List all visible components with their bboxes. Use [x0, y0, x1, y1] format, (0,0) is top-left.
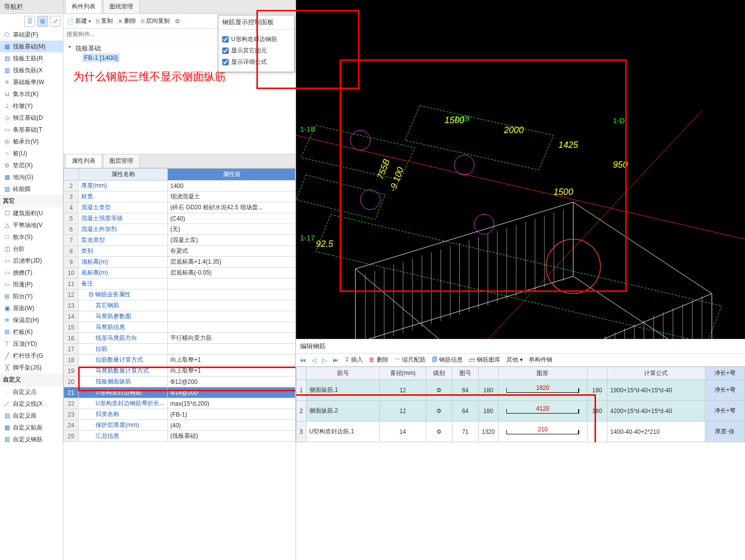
tb-other[interactable]: 其他 ▾ [506, 356, 523, 364]
prop-row[interactable]: 12⊟ 钢筋业务属性 [64, 289, 296, 300]
prop-row[interactable]: 7泵送类型(混凝土泵) [64, 235, 296, 246]
nav-item-icon: ▭ [3, 126, 11, 134]
prop-row[interactable]: 13其它钢筋 [64, 300, 296, 311]
next-icon[interactable]: ▷ [322, 357, 327, 364]
nav-item[interactable]: ◎桩承台(V) [0, 136, 63, 147]
prop-row[interactable]: 3材质现浇混凝土 [64, 191, 296, 202]
nav-item[interactable]: ▥筏板负筋(X [0, 64, 63, 76]
prop-row[interactable]: 20筏板侧面纵筋Φ12@200 [64, 376, 296, 387]
nav-item-icon: ▣ [3, 304, 11, 312]
prop-row[interactable]: 19马凳筋数量计算方式向上取整+1 [64, 366, 296, 376]
svg-text:755B: 755B [375, 158, 392, 181]
prop-row[interactable]: 18拉筋数量计算方式向上取整+1 [64, 355, 296, 366]
nav-item[interactable]: ≋保温层(H) [0, 314, 63, 326]
new-button[interactable]: 📄新建▾ [66, 17, 91, 25]
nav-item[interactable]: ·自定义点 [0, 386, 63, 398]
prop-row[interactable]: 5混凝土强度等级(C40) [64, 213, 296, 224]
rebar-row[interactable]: 3 U型构造封边筋.114Φ71 1320 210 1400-40-40+2*2… [297, 421, 745, 442]
prop-row[interactable]: 24保护层厚度(mm)(40) [64, 420, 296, 431]
view-list-icon[interactable]: ☰ [24, 16, 35, 27]
popup-title: 钢筋显示控制面板 [218, 15, 294, 30]
tab-drawing-mgmt[interactable]: 图纸管理 [103, 0, 140, 13]
tab-properties[interactable]: 属性列表 [65, 154, 102, 168]
rebar-row[interactable]: 2 侧面纵筋.212Φ64 180 4120 180 4200+15*d-40+… [297, 401, 745, 421]
tb-scale[interactable]: 〰 缩尺配筋 [395, 356, 426, 364]
opt-u-rebar[interactable]: U形构造封边钢筋 [222, 34, 290, 45]
prop-row[interactable]: 14马凳筋参数图 [64, 311, 296, 322]
nav-item[interactable]: ▭后浇带(JD) [0, 255, 63, 267]
tab-layer-mgmt[interactable]: 图层管理 [103, 154, 140, 168]
prop-row[interactable]: 21U形构造封边钢筋Φ14@200 [64, 387, 296, 398]
nav-item[interactable]: ▦筏板基础(M) [0, 41, 63, 52]
tb-single[interactable]: 单构件钢 [529, 356, 552, 364]
prop-row[interactable]: 15马凳筋信息 [64, 322, 296, 333]
first-icon[interactable]: ⏮ [300, 357, 306, 364]
nav-item[interactable]: ╳脚手架(JS) [0, 362, 63, 373]
tab-component-list[interactable]: 构件列表 [65, 0, 102, 13]
nav-item[interactable]: ▥自定义钢筋 [0, 433, 63, 445]
nav-item[interactable]: ⬡基础梁(F) [0, 29, 63, 41]
prop-row[interactable]: 9顶标高(m)层底标高+1.4(1.35) [64, 257, 296, 268]
prop-row[interactable]: 17拉筋 [64, 344, 296, 355]
tb-delete[interactable]: 🗑 删除 [369, 356, 388, 364]
nav-item[interactable]: ▭挑檐(T) [0, 267, 63, 279]
tb-info[interactable]: 🗐 钢筋信息 [432, 356, 463, 364]
prop-row[interactable]: 2厚度(mm)1400 [64, 181, 296, 191]
nav-item[interactable]: ▭条形基础(T [0, 124, 63, 136]
nav-item-icon: ○ [3, 149, 11, 157]
nav-item-icon: ▤ [3, 54, 11, 62]
prop-row[interactable]: 8类别有梁式 [64, 246, 296, 257]
nav-item-label: 桩承台(V) [13, 138, 39, 146]
nav-item[interactable]: ▣屋面(W) [0, 302, 63, 314]
layer-copy-button[interactable]: ⎘层间复制 [141, 17, 170, 25]
nav-item[interactable]: ▭雨蓬(P) [0, 279, 63, 290]
prop-row[interactable]: 22U形构造封边钢筋弯折长...max(15*d,200) [64, 398, 296, 409]
nav-item[interactable]: ▦自定义贴面 [0, 421, 63, 433]
nav-item[interactable]: ◇独立基础(D [0, 112, 63, 124]
view-expand-icon[interactable]: ⤢ [50, 16, 61, 27]
nav-item[interactable]: ◫台阶 [0, 243, 63, 255]
filter-button[interactable]: ⚙ [175, 18, 180, 25]
prop-row[interactable]: 4混凝土类型(碎石 GD20 粗砂水泥42.5 现场普... [64, 202, 296, 213]
tree-child[interactable]: FB-1 [1400] [82, 53, 120, 62]
prop-row[interactable]: 16线形马凳筋方向平行横向受力筋 [64, 333, 296, 344]
prop-row[interactable]: 25汇总信息(筏板基础) [64, 431, 296, 442]
prop-row[interactable]: 6混凝土外加剂(无) [64, 224, 296, 235]
nav-item[interactable]: ▦地沟(G) [0, 171, 63, 183]
nav-item[interactable]: ⊔集水坑(K) [0, 88, 63, 100]
tb-lib[interactable]: 🗃 钢筋图库 [469, 356, 500, 364]
nav-item[interactable]: ○桩(U) [0, 147, 63, 159]
nav-item[interactable]: △平整场地(V [0, 219, 63, 231]
svg-text:1-D: 1-D [613, 116, 625, 125]
nav-item[interactable]: □散水(S) [0, 231, 63, 243]
prop-row[interactable]: 11备注 [64, 279, 296, 289]
nav-item[interactable]: ▤自定义面 [0, 410, 63, 421]
nav-item[interactable]: ▨砖胎膜 [0, 183, 63, 195]
opt-detail-formula[interactable]: 显示详细公式 [222, 56, 290, 68]
nav-item[interactable]: ⊖垫层(X) [0, 159, 63, 171]
tb-insert[interactable]: ↧ 插入 [345, 356, 363, 364]
nav-item[interactable]: ／自定义线(X [0, 398, 63, 410]
copy-button[interactable]: ⎘复制 [96, 17, 113, 25]
prop-row[interactable]: 10底标高(m)层底标高(-0.05) [64, 268, 296, 279]
nav-item-label: 屋面(W) [13, 304, 34, 313]
delete-button[interactable]: ✕删除 [118, 17, 136, 25]
nav-item-label: 基础梁(F) [13, 31, 38, 39]
rebar-row[interactable]: 1 侧面纵筋.112Φ64 180 1820 180 1900+15*d-40+… [297, 380, 745, 401]
view-grid-icon[interactable]: ⊞ [37, 16, 48, 27]
prev-icon[interactable]: ◁ [312, 357, 316, 364]
opt-other-elem[interactable]: 显示其它图元 [222, 45, 290, 56]
nav-item[interactable]: ▤筏板主筋(R [0, 52, 63, 64]
nav-item[interactable]: ╱栏杆扶手(G [0, 350, 63, 362]
nav-item[interactable]: ⊥柱墩(Y) [0, 100, 63, 112]
nav-item[interactable]: ≡基础板带(W [0, 76, 63, 88]
nav-item-label: 平整场地(V [13, 221, 43, 230]
nav-item[interactable]: ⊞栏板(K) [0, 326, 63, 338]
svg-point-4 [360, 190, 380, 210]
prop-row[interactable]: 23归类名称(FB-1) [64, 409, 296, 420]
nav-item[interactable]: ⊞阳台(Y) [0, 290, 63, 302]
nav-item[interactable]: ⊤压顶(YD) [0, 338, 63, 350]
nav-item[interactable]: ☐建筑面积(U [0, 207, 63, 219]
last-icon[interactable]: ⏭ [333, 357, 339, 364]
nav-item-icon: ⬡ [3, 31, 11, 39]
